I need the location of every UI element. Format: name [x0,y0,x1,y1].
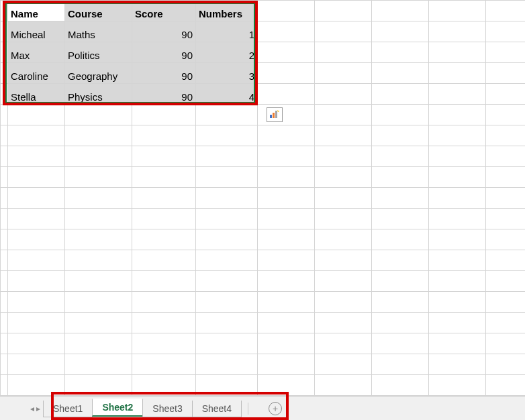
cell-course-0[interactable]: Maths [65,21,132,42]
tab-sheet2[interactable]: Sheet2 [92,399,143,417]
add-sheet-button[interactable]: + [269,402,282,415]
sheet-tab-bar: ◂ ▸ Sheet1 Sheet2 Sheet3 Sheet4 + [0,396,525,420]
cell-score-0[interactable]: 90 [132,21,196,42]
cell-score-3[interactable]: 90 [132,84,196,105]
cell-name-0[interactable]: Micheal [8,21,65,42]
cell-number-3[interactable]: 4 [196,84,258,105]
tab-sheet1[interactable]: Sheet1 [43,401,93,417]
cell-header-numbers[interactable]: Numbers [196,1,258,21]
tab-nav-next-icon[interactable]: ▸ [36,404,40,413]
quick-analysis-icon [269,109,280,121]
cell-name-2[interactable]: Caroline [8,63,65,84]
sheet-tabs: Sheet1 Sheet2 Sheet3 Sheet4 [43,400,241,417]
tab-sheet3[interactable]: Sheet3 [142,401,192,417]
spreadsheet-grid[interactable]: Name Course Score Numbers Micheal Maths … [0,0,525,396]
cell-name-1[interactable]: Max [8,42,65,63]
cell-course-3[interactable]: Physics [65,84,132,105]
svg-rect-1 [273,113,275,118]
cell-course-1[interactable]: Politics [65,42,132,63]
tab-divider [248,403,248,415]
cell-course-2[interactable]: Geography [65,63,132,84]
tab-nav-prev-icon[interactable]: ◂ [30,404,34,413]
cell-number-2[interactable]: 3 [196,63,258,84]
cell-number-1[interactable]: 2 [196,42,258,63]
svg-rect-2 [275,111,277,118]
cell-score-1[interactable]: 90 [132,42,196,63]
cell-number-0[interactable]: 1 [196,21,258,42]
cell-header-name[interactable]: Name [8,1,65,21]
svg-rect-0 [270,115,272,118]
cell-header-score[interactable]: Score [132,1,196,21]
cell-score-2[interactable]: 90 [132,63,196,84]
tab-sheet4[interactable]: Sheet4 [192,401,242,417]
quick-analysis-button[interactable] [267,107,283,122]
cell-header-course[interactable]: Course [65,1,132,21]
cell-name-3[interactable]: Stella [8,84,65,105]
